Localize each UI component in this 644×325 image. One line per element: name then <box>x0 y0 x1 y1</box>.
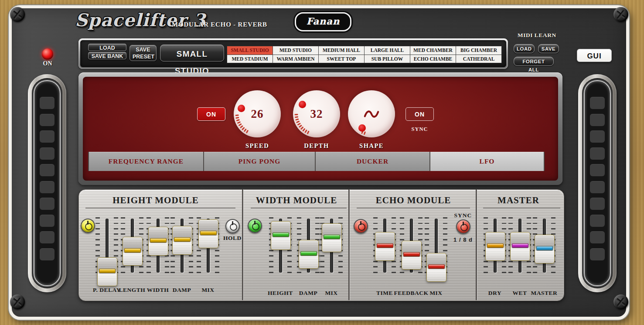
tab-frequency-range[interactable]: FREQUENCY RANGE <box>88 152 204 171</box>
shape-knob-label: SHAPE <box>345 142 398 150</box>
echo-sync-button[interactable] <box>456 219 470 234</box>
screw-bottom-right <box>613 294 628 309</box>
echo-module-mix-slider-thumb[interactable] <box>426 253 446 282</box>
midi-save-button[interactable]: SAVE <box>538 44 559 53</box>
hold-button[interactable] <box>225 219 240 233</box>
tab-lfo[interactable]: LFO <box>430 152 545 171</box>
power-led-label: ON <box>38 60 57 67</box>
midi-learn-title: MIDI LEARN <box>518 32 556 39</box>
preset-big-chamber[interactable]: BIG CHAMBER <box>456 46 501 55</box>
power-icon-stem <box>254 221 256 225</box>
preset-warm-ambien[interactable]: WARM AMBIEN <box>273 55 318 63</box>
height-module-length-slider-thumb[interactable] <box>123 237 143 266</box>
current-preset-display[interactable]: SMALL STUDIO <box>160 44 224 62</box>
echo-module-power-button[interactable] <box>354 219 368 233</box>
save-bank-button[interactable]: SAVE BANK <box>88 52 126 59</box>
meter-segment <box>590 164 605 176</box>
master-master-slider-label: MASTER <box>522 290 566 297</box>
hold-button-label: HOLD <box>217 235 248 242</box>
tab-ducker[interactable]: DUCKER <box>316 152 430 171</box>
preset-med-stadium[interactable]: MED STADIUM <box>227 55 273 63</box>
master-master-slider-value-line <box>536 246 553 250</box>
save-preset-button[interactable]: SAVE PRESET <box>129 45 157 61</box>
preset-large-hall[interactable]: LARGE HALL <box>365 46 410 55</box>
height-module-width-slider-thumb[interactable] <box>148 227 168 256</box>
meter-segment <box>590 97 605 109</box>
meter-segment <box>40 130 55 143</box>
meter-segment <box>40 248 55 260</box>
power-icon-stem <box>87 221 89 225</box>
meter-segment <box>40 97 55 109</box>
preset-med-studio[interactable]: MED STUDIO <box>273 46 318 55</box>
preset-sweet-top[interactable]: SWEET TOP <box>319 55 364 63</box>
preset-cathedral[interactable]: CATHEDRAL <box>456 55 501 63</box>
width-module-mix-slider-value-line <box>324 235 340 239</box>
gui-button[interactable]: GUI <box>577 49 612 62</box>
height-module-damp-slider-thumb[interactable] <box>172 226 192 255</box>
module-title-underline <box>85 208 235 209</box>
load-bank-button[interactable]: LOAD BANK <box>88 44 126 51</box>
height-module-power-button[interactable] <box>81 219 95 233</box>
echo-module-mix-slider-label: MIX <box>414 290 458 297</box>
vu-meter-right <box>578 74 617 292</box>
echo-module-feedback-slider-thumb[interactable] <box>402 241 422 270</box>
tab-ping-pong[interactable]: PING PONG <box>204 152 316 171</box>
lfo-sync-on-button[interactable]: ON <box>405 107 434 121</box>
height-module-p-delay-slider-thumb[interactable] <box>97 257 117 286</box>
master-wet-slider-thumb[interactable] <box>510 232 530 261</box>
width-module-power-button[interactable] <box>248 219 262 233</box>
midi-load-button[interactable]: LOAD <box>514 44 535 53</box>
height-module-length-slider-value-line <box>124 248 141 253</box>
speed-knob[interactable]: 26 <box>234 90 281 137</box>
plugin-window: Spacelifter 3 MODULAR ECHO - REVERB Fana… <box>0 0 644 325</box>
depth-knob[interactable]: 32 <box>293 90 340 137</box>
depth-knob-label: DEPTH <box>290 142 343 150</box>
master-dry-slider-value-line <box>487 243 504 248</box>
power-icon <box>85 223 92 230</box>
width-module-damp-slider-thumb[interactable] <box>299 240 319 269</box>
width-module-mix-slider-label: MIX <box>310 290 353 297</box>
width-module-height-slider-value-line <box>273 233 289 237</box>
meter-segment <box>590 198 605 210</box>
screw-top-left <box>10 7 25 22</box>
height-module-mix-slider-thumb[interactable] <box>198 219 218 248</box>
power-icon <box>358 223 365 231</box>
meter-segment <box>590 147 605 160</box>
master-dry-slider-thumb[interactable] <box>485 232 505 261</box>
meter-segment <box>40 147 55 160</box>
width-module-mix-slider-thumb[interactable] <box>322 223 342 252</box>
preset-medium-hall[interactable]: MEDIUM HALL <box>319 46 364 55</box>
brand-logo: Fanan <box>295 12 351 31</box>
preset-med-chamber[interactable]: MED CHAMBER <box>410 46 456 55</box>
master-master-slider-thumb[interactable] <box>535 235 555 263</box>
meter-segment <box>40 114 55 126</box>
module-divider <box>242 189 243 300</box>
depth-knob-value: 32 <box>293 90 340 137</box>
width-module-height-slider-thumb[interactable] <box>271 221 291 250</box>
echo-module-time-slider-thumb[interactable] <box>375 232 395 261</box>
module-title-underline <box>483 208 560 209</box>
meter-segment <box>590 114 605 126</box>
module-divider <box>476 189 477 300</box>
lfo-sync-label: SYNC <box>405 126 434 133</box>
midi-forget-all-button[interactable]: FORGET ALL <box>514 57 554 66</box>
preset-echo-chambe[interactable]: ECHO CHAMBE <box>410 55 456 63</box>
shape-knob[interactable] <box>348 90 395 137</box>
master-wet-slider-value-line <box>512 243 528 248</box>
plugin-subtitle: MODULAR ECHO - REVERB <box>172 21 267 28</box>
preset-small-studio[interactable]: SMALL STUDIO <box>227 46 273 55</box>
module-divider <box>348 189 350 300</box>
echo-module-mix-slider-value-line <box>428 264 445 269</box>
power-icon <box>230 223 237 231</box>
meter-segment <box>590 181 605 193</box>
vu-meter-left <box>28 74 66 292</box>
width-module-damp-slider-value-line <box>300 251 317 256</box>
module-title-echo-module: ECHO MODULE <box>357 195 470 206</box>
power-icon-stem <box>360 221 361 225</box>
preset-bar: LOAD BANK SAVE BANK SAVE PRESET SMALL ST… <box>78 38 508 69</box>
meter-segment <box>40 198 55 210</box>
power-icon-stem <box>463 222 464 226</box>
preset-sub-pillow[interactable]: SUB PILLOW <box>365 55 410 63</box>
meter-segment <box>590 231 605 243</box>
lfo-on-button[interactable]: ON <box>197 107 225 121</box>
